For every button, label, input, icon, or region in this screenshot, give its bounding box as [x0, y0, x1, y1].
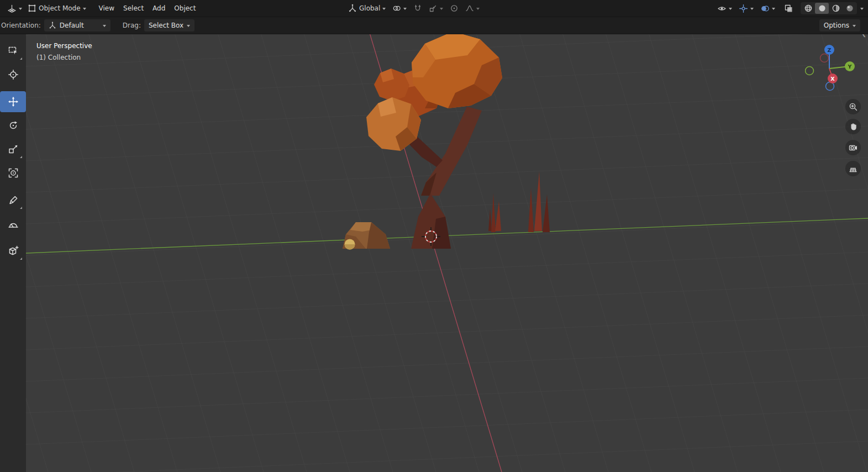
- mode-label: Object Mode: [39, 4, 81, 12]
- tool-group-indicator: [20, 156, 22, 158]
- chevron-down-icon: [860, 8, 864, 10]
- select-box-icon: [8, 45, 19, 56]
- proportional-editing-toggle[interactable]: [447, 2, 461, 15]
- chevron-down-icon: [187, 25, 190, 27]
- chevron-down-icon: [83, 8, 86, 10]
- menu-view[interactable]: View: [94, 2, 119, 14]
- editor-type-icon: [7, 4, 17, 13]
- tool-orientation-dropdown[interactable]: Default: [44, 19, 111, 32]
- chevron-down-icon: [772, 8, 775, 10]
- transform-orientation-dropdown[interactable]: Global: [345, 2, 388, 15]
- transform-settings-group: Global: [345, 0, 482, 17]
- snap-target-dropdown[interactable]: [426, 2, 446, 15]
- proportional-falloff-dropdown[interactable]: [462, 2, 482, 15]
- overlays-icon: [760, 4, 770, 13]
- snapping-toggle[interactable]: [411, 2, 425, 15]
- viewport-info-overlay: User Perspective (1) Collection: [36, 40, 92, 64]
- viewport-header: Object Mode View Select Add Object Globa…: [0, 0, 868, 17]
- falloff-curve-icon: [465, 4, 474, 13]
- chevron-down-icon: [382, 8, 386, 10]
- gizmo-y-label: Y: [848, 64, 852, 70]
- drag-mode-dropdown[interactable]: Select Box: [144, 19, 194, 32]
- tool-transform[interactable]: [3, 162, 24, 183]
- chevron-down-icon: [750, 8, 754, 10]
- move-tool-icon: [8, 96, 19, 107]
- editor-type-selector[interactable]: [4, 2, 25, 15]
- wireframe-sphere-icon: [804, 4, 813, 13]
- mode-dropdown[interactable]: Object Mode: [25, 2, 89, 15]
- tool-add-cube[interactable]: [3, 240, 24, 261]
- pivot-point-icon: [392, 4, 401, 13]
- gizmo-neg-x-ball: [820, 54, 829, 62]
- xray-icon: [784, 4, 793, 13]
- rendered-sphere-icon: [845, 4, 854, 13]
- tool-settings-bar: Orientation: Default Drag: Select Box Op…: [0, 17, 868, 34]
- xray-toggle[interactable]: [781, 2, 796, 15]
- tool-move[interactable]: [0, 91, 26, 112]
- menu-select[interactable]: Select: [119, 2, 148, 14]
- tool-annotate[interactable]: [3, 190, 24, 211]
- tool-group-indicator: [20, 258, 22, 260]
- proportional-circle-icon: [450, 4, 459, 13]
- toolbar: [0, 34, 26, 472]
- tree-object[interactable]: [366, 32, 502, 249]
- magnifier-plus-icon: [849, 102, 858, 112]
- options-dropdown[interactable]: Options: [819, 19, 860, 32]
- tool-measure[interactable]: [3, 213, 24, 234]
- material-sphere-icon: [832, 4, 840, 13]
- tool-orientation-value: Default: [60, 22, 99, 29]
- chevron-down-icon: [440, 8, 443, 10]
- shading-material-button[interactable]: [829, 3, 843, 14]
- navigation-axis-gizmo[interactable]: Z Y X: [805, 42, 856, 93]
- gizmo-z-label: Z: [828, 47, 832, 53]
- show-overlays-toggle[interactable]: [757, 2, 778, 15]
- perspective-grid-icon: [848, 164, 858, 174]
- rotate-tool-icon: [8, 120, 19, 131]
- active-collection-label: (1) Collection: [36, 52, 92, 64]
- grass-tuft-small[interactable]: [488, 193, 501, 232]
- chevron-down-icon: [476, 8, 480, 10]
- chevron-down-icon: [403, 8, 407, 10]
- tool-cursor[interactable]: [3, 64, 24, 85]
- viewport-3d[interactable]: [0, 0, 868, 472]
- add-cube-icon: [8, 245, 19, 256]
- shading-rendered-button[interactable]: [843, 3, 856, 14]
- mushroom-object[interactable]: [345, 239, 355, 250]
- tool-scale[interactable]: [3, 139, 24, 160]
- gizmo-icon: [739, 4, 748, 13]
- cursor-tool-icon: [8, 69, 19, 80]
- tool-group-indicator: [20, 57, 22, 60]
- menu-add[interactable]: Add: [148, 2, 170, 14]
- pan-button[interactable]: [845, 119, 861, 134]
- camera-view-button[interactable]: [845, 140, 861, 155]
- zoom-button[interactable]: [845, 99, 861, 114]
- drag-label: Drag:: [123, 22, 141, 29]
- annotate-pen-icon: [8, 195, 19, 206]
- shading-wireframe-button[interactable]: [801, 3, 815, 14]
- chevron-down-icon: [103, 25, 106, 27]
- chevron-down-icon: [853, 25, 856, 27]
- camera-icon: [848, 143, 858, 153]
- shading-mode-group: [801, 2, 857, 14]
- orientation-axes-icon: [348, 4, 357, 13]
- viewport-display-group: [714, 2, 864, 15]
- pivot-point-dropdown[interactable]: [390, 2, 409, 15]
- object-mode-icon: [28, 4, 36, 13]
- object-visibility-dropdown[interactable]: [714, 2, 735, 15]
- tool-rotate[interactable]: [3, 115, 24, 136]
- scale-tool-icon: [8, 144, 19, 155]
- menu-object[interactable]: Object: [170, 2, 200, 14]
- hand-icon: [849, 122, 858, 132]
- grass-tuft-tall[interactable]: [528, 171, 550, 232]
- chevron-down-icon: [729, 8, 732, 10]
- show-gizmo-toggle[interactable]: [736, 2, 756, 15]
- toggle-perspective-button[interactable]: [845, 161, 861, 176]
- tool-select-box[interactable]: [3, 40, 24, 61]
- shading-solid-button[interactable]: [815, 3, 829, 14]
- eye-icon: [717, 4, 727, 13]
- drag-mode-value: Select Box: [149, 22, 183, 29]
- magnet-icon: [413, 4, 422, 13]
- orientation-label: Global: [359, 4, 380, 12]
- orientation-label: Orientation:: [1, 22, 41, 29]
- solid-sphere-icon: [818, 4, 827, 13]
